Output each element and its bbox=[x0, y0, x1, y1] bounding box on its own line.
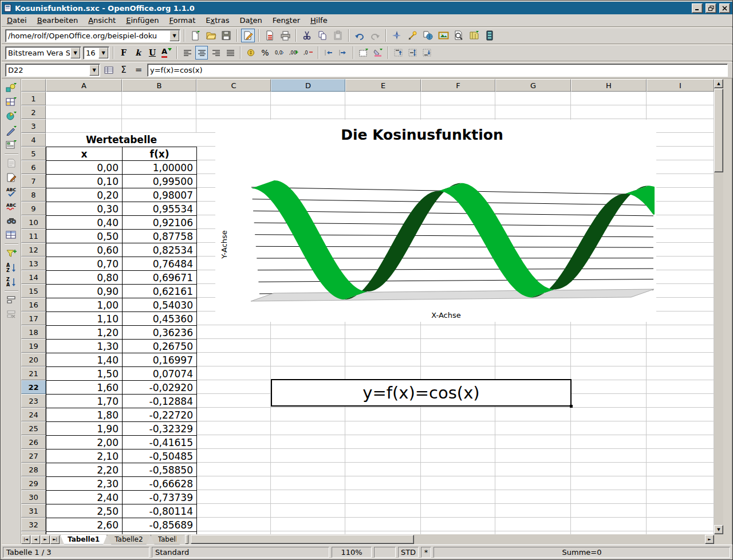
selection-handle[interactable] bbox=[570, 405, 573, 408]
cell-x-value[interactable]: 1,20 bbox=[46, 326, 123, 340]
spellcheck-icon[interactable]: ABC bbox=[4, 185, 19, 199]
cell-fx-value[interactable]: 0,26750 bbox=[123, 340, 197, 353]
row-header-33[interactable]: 33 bbox=[21, 531, 46, 534]
menu-datei[interactable]: Datei bbox=[2, 15, 32, 26]
row-header-1[interactable]: 1 bbox=[21, 92, 46, 105]
cell-x-value[interactable]: 0,40 bbox=[46, 216, 123, 230]
align-top-button[interactable] bbox=[392, 46, 405, 60]
name-box[interactable]: D22 ▼ bbox=[5, 64, 100, 77]
row-header-8[interactable]: 8 bbox=[21, 188, 46, 202]
format-paintbrush-icon[interactable] bbox=[4, 171, 19, 184]
percent-format-icon[interactable]: % bbox=[259, 46, 271, 60]
row-header-26[interactable]: 26 bbox=[21, 435, 46, 449]
align-bottom-button[interactable] bbox=[421, 46, 434, 60]
draw-functions-icon[interactable] bbox=[4, 124, 19, 137]
cell-fx-value[interactable]: 0,36236 bbox=[123, 326, 197, 340]
cell-fx-value[interactable]: 0,82534 bbox=[123, 243, 197, 257]
row-header-24[interactable]: 24 bbox=[21, 408, 46, 421]
cell-x-value[interactable]: 1,10 bbox=[46, 312, 123, 326]
cell-fx-value[interactable]: -0,50485 bbox=[123, 449, 197, 463]
cell-fx-value[interactable]: 1,00000 bbox=[123, 161, 197, 175]
font-size-dropdown-icon[interactable]: ▼ bbox=[98, 48, 108, 58]
menu-fenster[interactable]: Fenster bbox=[267, 15, 305, 26]
align-justify-button[interactable] bbox=[224, 46, 237, 60]
cell-x-value[interactable]: 1,40 bbox=[46, 353, 123, 367]
row-header-31[interactable]: 31 bbox=[21, 504, 46, 518]
cell-fx-value[interactable]: 0,62161 bbox=[123, 285, 197, 298]
cell-x-value[interactable]: 1,90 bbox=[46, 422, 123, 436]
hyperlink-icon[interactable] bbox=[421, 29, 435, 42]
column-header-E[interactable]: E bbox=[345, 79, 421, 92]
sort-descending-icon[interactable]: ZA bbox=[4, 275, 19, 289]
new-document-icon[interactable] bbox=[188, 29, 202, 42]
last-sheet-icon[interactable]: ►| bbox=[50, 535, 60, 544]
save-icon[interactable] bbox=[219, 29, 233, 42]
cell-fx-value[interactable]: 0,98007 bbox=[123, 188, 197, 202]
cell-fx-value[interactable]: -0,12884 bbox=[123, 395, 197, 408]
data-pilot-icon[interactable] bbox=[4, 228, 19, 242]
vertical-scrollbar-thumb[interactable] bbox=[714, 89, 723, 172]
undo-icon[interactable] bbox=[353, 29, 366, 42]
row-header-23[interactable]: 23 bbox=[21, 394, 46, 408]
row-header-29[interactable]: 29 bbox=[21, 476, 46, 490]
insert-cells-icon[interactable] bbox=[4, 95, 19, 109]
chart-object[interactable]: Die Kosinusfunktion Y-Achse X-Achse bbox=[215, 120, 656, 322]
gallery-icon[interactable] bbox=[436, 29, 450, 42]
url-value[interactable]: /home/rolf/OpenOffice.org/beispiel-doku bbox=[6, 31, 169, 40]
cell-x-value[interactable]: 2,20 bbox=[46, 463, 123, 477]
row-header-11[interactable]: 11 bbox=[21, 229, 46, 243]
restore-button[interactable] bbox=[706, 3, 716, 13]
header-x[interactable]: x bbox=[46, 147, 123, 161]
cell-fx-value[interactable]: -0,22720 bbox=[123, 408, 197, 422]
row-header-18[interactable]: 18 bbox=[21, 325, 46, 339]
row-header-5[interactable]: 5 bbox=[21, 147, 46, 160]
autofilter-icon[interactable] bbox=[4, 246, 19, 260]
cell-x-value[interactable]: 0,70 bbox=[46, 257, 123, 271]
cell-x-value[interactable]: 2,50 bbox=[46, 504, 123, 518]
font-name-value[interactable]: Bitstream Vera S bbox=[6, 49, 70, 57]
column-header-C[interactable]: C bbox=[196, 79, 271, 92]
cell-fx-value[interactable]: 0,76484 bbox=[123, 257, 197, 271]
cell-reference[interactable]: D22 bbox=[6, 66, 89, 74]
navigator-map-icon[interactable] bbox=[467, 29, 481, 42]
status-insert-mode[interactable]: STD bbox=[398, 547, 419, 558]
row-header-19[interactable]: 19 bbox=[21, 339, 46, 353]
next-sheet-icon[interactable]: ► bbox=[41, 535, 50, 544]
cell-fx-value[interactable]: -0,90407 bbox=[123, 532, 197, 534]
sheet-tab-tabelle2[interactable]: Tabelle2 bbox=[107, 535, 150, 545]
export-pdf-icon[interactable] bbox=[263, 29, 277, 42]
sort-ascending-icon[interactable]: AZ bbox=[4, 261, 19, 274]
cell-x-value[interactable]: 0,00 bbox=[46, 161, 123, 175]
row-header-17[interactable]: 17 bbox=[21, 311, 46, 325]
navigator-icon[interactable] bbox=[390, 29, 404, 42]
cell-fx-value[interactable]: 0,54030 bbox=[123, 298, 197, 312]
bold-button[interactable]: F bbox=[117, 46, 130, 60]
cell-fx-value[interactable]: 0,16997 bbox=[123, 353, 197, 367]
insert-icon[interactable] bbox=[4, 81, 19, 94]
formula-textbox[interactable]: y=f(x)=cos(x) bbox=[271, 379, 572, 407]
column-header-A[interactable]: A bbox=[46, 79, 122, 92]
row-header-30[interactable]: 30 bbox=[21, 490, 46, 504]
status-sum[interactable]: Summe=0 bbox=[434, 547, 730, 558]
remove-decimal-icon[interactable]: ,0 bbox=[302, 46, 314, 60]
cut-icon[interactable] bbox=[300, 29, 314, 42]
scroll-down-icon[interactable]: ▼ bbox=[714, 525, 723, 534]
cell-fx-value[interactable]: 0,99500 bbox=[123, 175, 197, 188]
form-controls-icon[interactable] bbox=[4, 138, 19, 152]
vertical-scrollbar[interactable]: ▲ ▼ bbox=[714, 79, 723, 534]
row-header-14[interactable]: 14 bbox=[21, 270, 46, 284]
autopilot-icon[interactable] bbox=[405, 29, 419, 42]
row-header-13[interactable]: 13 bbox=[21, 257, 46, 270]
horizontal-scrollbar-thumb[interactable] bbox=[191, 535, 414, 544]
decrease-indent-icon[interactable] bbox=[322, 46, 335, 60]
cell-x-value[interactable]: 1,60 bbox=[46, 381, 123, 395]
insert-object-icon[interactable] bbox=[4, 109, 19, 123]
cell-x-value[interactable]: 0,90 bbox=[46, 285, 123, 298]
row-header-27[interactable]: 27 bbox=[21, 449, 46, 463]
currency-format-icon[interactable] bbox=[245, 46, 257, 60]
cell-x-value[interactable]: 2,00 bbox=[46, 436, 123, 449]
formula-input[interactable]: y=f(x)=cos(x) bbox=[147, 64, 728, 77]
cell-x-value[interactable]: 0,20 bbox=[46, 188, 123, 202]
font-size-combobox[interactable]: 16 ▼ bbox=[83, 46, 109, 60]
row-header-7[interactable]: 7 bbox=[21, 174, 46, 188]
